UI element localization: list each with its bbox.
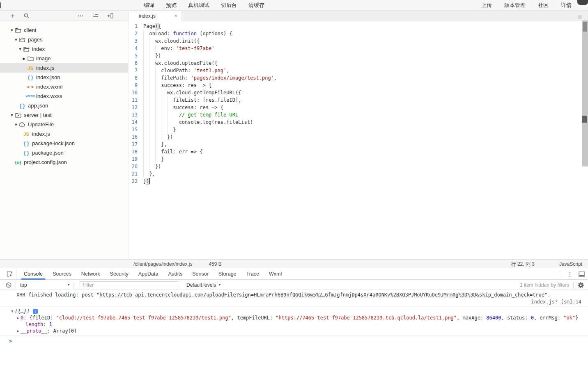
property-key: length: [25, 322, 43, 327]
tree-item-index.wxss[interactable]: WXSSindex.wxss: [0, 91, 128, 101]
more-options-icon[interactable]: ···: [78, 13, 84, 19]
search-icon[interactable]: [24, 13, 29, 18]
toolbar-button-清缓存[interactable]: 清缓存: [248, 2, 264, 9]
devtools-menu-icon[interactable]: ⋮: [567, 271, 573, 278]
context-selector[interactable]: top ▼: [16, 282, 74, 288]
keyword-token: function: [173, 31, 197, 36]
devtools-tab-wxml[interactable]: Wxml: [264, 269, 287, 280]
expand-triangle-icon[interactable]: ▶: [16, 315, 21, 321]
toolbar-button-社区[interactable]: 社区: [538, 2, 549, 9]
hide-sidebar-icon[interactable]: [108, 13, 113, 18]
collapse-tree-icon[interactable]: [93, 13, 99, 18]
tree-item-app.json[interactable]: { }app.json: [0, 101, 128, 110]
toolbar-button-详情[interactable]: 详情: [561, 2, 572, 9]
indent-guide: [143, 52, 149, 59]
indent-guide: [143, 74, 149, 82]
log-levels-selector[interactable]: Default levels ▼: [186, 282, 221, 288]
tree-item-index[interactable]: ▼index: [0, 44, 128, 54]
toolbar-button-编译[interactable]: 编译: [144, 2, 154, 9]
tree-item-server-test[interactable]: ▼server | test: [0, 110, 128, 120]
line-number: 18: [129, 148, 143, 155]
code-line-17: 17 },: [129, 141, 588, 148]
tree-item-label: index.wxml: [36, 84, 62, 90]
devtools-tab-storage[interactable]: Storage: [214, 269, 241, 280]
tab-index-js[interactable]: index.js ×: [129, 11, 182, 21]
code-token: wx.cloud.getTempFileURL({: [167, 90, 241, 96]
tree-item-image[interactable]: ▶image: [0, 54, 128, 63]
tree-item-package.json[interactable]: { }package.json: [0, 148, 128, 157]
toolbar-button-切后台[interactable]: 切后台: [221, 2, 237, 9]
toolbar-button-真机调试[interactable]: 真机调试: [188, 2, 209, 9]
indent-guide: [155, 126, 161, 133]
plain-value: }: [575, 315, 578, 321]
devtools-tab-sensor[interactable]: Sensor: [187, 269, 214, 280]
line-number: 6: [129, 59, 143, 67]
devtools-tab-security[interactable]: Security: [105, 269, 133, 280]
code-line-9: 9 success: res => {: [129, 82, 588, 89]
indent-guide: [155, 67, 161, 74]
toolbar-button-上传[interactable]: 上传: [481, 2, 492, 9]
console-prompt[interactable]: >: [0, 336, 588, 345]
code-content: onLoad: function (options) {: [143, 30, 232, 37]
object-preview[interactable]: [{…}]: [15, 308, 30, 315]
tree-item-project.config.json[interactable]: {o}project.config.json: [0, 157, 128, 167]
code-content: }: [143, 126, 176, 133]
devtools-tab-sources[interactable]: Sources: [48, 269, 76, 280]
indent-guide: [143, 82, 149, 89]
js-file-icon: JS: [23, 132, 29, 137]
editor-scrollbar-thumb[interactable]: [583, 22, 587, 32]
tree-item-client[interactable]: ▼client: [0, 25, 128, 35]
editor-scrollbar-marker[interactable]: [582, 116, 587, 123]
tree-item-package-lock.json[interactable]: { }package-lock.json: [0, 139, 128, 148]
tree-item-index.js[interactable]: JSindex.js: [0, 129, 128, 139]
tree-item-index.json[interactable]: { }index.json: [0, 73, 128, 82]
tree-item-UpdateFile[interactable]: ▼UpdateFile: [0, 120, 128, 129]
devtools-tab-trace[interactable]: Trace: [241, 269, 264, 280]
indent-guide: [143, 45, 149, 52]
dock-side-icon[interactable]: [579, 271, 585, 277]
tree-item-index.wxml[interactable]: < >index.wxml: [0, 82, 128, 91]
line-number: 11: [129, 96, 143, 104]
tree-item-index.js[interactable]: JSindex.js: [0, 63, 128, 73]
indent-guide: [155, 111, 161, 119]
devtools-tab-appdata[interactable]: AppData: [133, 269, 163, 280]
clear-console-icon[interactable]: [6, 282, 11, 288]
arrow-down-icon[interactable]: ▼: [14, 38, 18, 42]
language-mode[interactable]: JavaScript: [559, 261, 582, 267]
code-token: ,: [274, 75, 277, 81]
tree-item-pages[interactable]: ▼pages: [0, 35, 128, 44]
tab-close-icon[interactable]: ×: [174, 13, 177, 19]
code-line-14: 14 console.log(res.fileList): [129, 119, 588, 126]
cursor-position[interactable]: 行 22, 列 3: [511, 261, 535, 268]
toolbar-button-预览[interactable]: 预览: [166, 2, 177, 9]
number-value: 86400: [486, 315, 501, 321]
devtools-tab-network[interactable]: Network: [76, 269, 105, 280]
code-content: }): [143, 178, 150, 185]
toolbar-button-版本管理[interactable]: 版本管理: [504, 2, 526, 9]
object-row-0: ▶0: {fileID: "cloud://test-f97abe.7465-t…: [0, 315, 588, 321]
expand-triangle-icon[interactable]: ▼: [10, 308, 15, 315]
arrow-down-icon[interactable]: ▼: [18, 47, 22, 51]
devtools-tab-console[interactable]: Console: [19, 269, 48, 280]
code-content: env: 'test-f97abe': [143, 45, 214, 52]
arrow-down-icon[interactable]: ▼: [14, 123, 18, 127]
editor-scrollbar[interactable]: [582, 21, 588, 166]
code-content: wx.cloud.init({: [143, 37, 200, 45]
xhr-url-link[interactable]: https://tcb-api.tencentcloudapi.com/uplo…: [99, 292, 544, 298]
new-file-icon[interactable]: +: [11, 12, 15, 19]
arrow-down-icon[interactable]: ▼: [10, 28, 14, 32]
hidden-items-info: 1 item hidden by filters: [520, 282, 569, 288]
devtools-tab-audits[interactable]: Audits: [163, 269, 187, 280]
indent-guide: [155, 141, 161, 148]
arrow-down-icon[interactable]: ▼: [10, 113, 14, 117]
expand-triangle-icon[interactable]: ▶: [16, 328, 21, 334]
arrow-right-icon[interactable]: ▶: [22, 57, 26, 61]
console-source-link[interactable]: index.js? [sm]:14: [531, 299, 581, 305]
line-number: 9: [129, 82, 143, 89]
file-path: /client/pages/index/index.js: [133, 261, 192, 267]
console-filter-input[interactable]: [80, 281, 178, 288]
code-editor[interactable]: 1Page({2 onLoad: function (options) {3 w…: [129, 21, 588, 259]
console-settings-icon[interactable]: [578, 282, 584, 288]
code-line-5: 5 }): [129, 52, 588, 59]
inspect-element-icon[interactable]: [3, 269, 16, 279]
